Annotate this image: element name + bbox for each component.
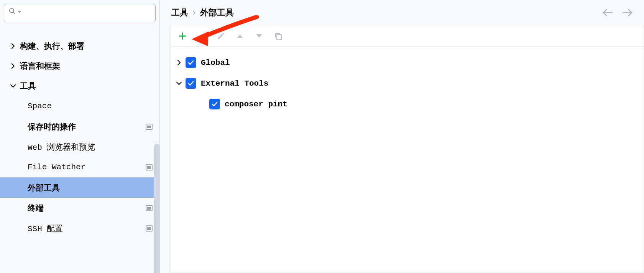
svg-rect-9: [147, 227, 151, 230]
popup-icon: [146, 205, 153, 211]
sidebar-item-label: 外部工具: [28, 182, 153, 193]
chevron-down-icon: [8, 83, 18, 89]
svg-rect-5: [147, 166, 151, 169]
tree-group-label: Global: [201, 58, 230, 67]
nav-item-build[interactable]: 构建、执行、部署: [0, 36, 159, 56]
chevron-down-icon[interactable]: [172, 81, 186, 86]
forward-arrow-icon[interactable]: [622, 8, 633, 17]
tree-group-row[interactable]: Global: [171, 52, 644, 73]
popup-icon: [146, 164, 153, 170]
copy-button[interactable]: [272, 30, 284, 42]
search-input[interactable]: [4, 4, 156, 22]
settings-nav: 构建、执行、部署 语言和框架 工具 Space保存时的操作Web 浏览器和预览F…: [0, 36, 159, 273]
breadcrumb-part: 外部工具: [200, 7, 234, 18]
nav-item-tools[interactable]: 工具: [0, 76, 159, 96]
breadcrumb-separator: ›: [193, 8, 196, 18]
settings-sidebar: 构建、执行、部署 语言和框架 工具 Space保存时的操作Web 浏览器和预览F…: [0, 0, 160, 273]
sidebar-item[interactable]: Space: [0, 96, 159, 116]
move-up-button[interactable]: [234, 30, 246, 42]
popup-icon: [146, 225, 153, 232]
search-wrap: [0, 0, 159, 22]
back-arrow-icon[interactable]: [602, 8, 613, 17]
sidebar-item[interactable]: Web 浏览器和预览: [0, 137, 159, 157]
sidebar-item[interactable]: 保存时的操作: [0, 116, 159, 137]
checkbox[interactable]: [186, 57, 196, 68]
chevron-right-icon[interactable]: [172, 60, 186, 65]
edit-button[interactable]: [215, 30, 227, 42]
sidebar-item-label: 保存时的操作: [28, 121, 146, 132]
nav-label: 构建、执行、部署: [20, 41, 84, 51]
svg-rect-3: [147, 126, 151, 128]
popup-icon: [146, 124, 153, 130]
tree-group-label: External Tools: [201, 79, 268, 88]
main-panel: 工具 › 外部工具: [160, 0, 644, 273]
chevron-right-icon: [8, 63, 18, 69]
tree-item-row[interactable]: composer pint: [171, 94, 644, 114]
svg-rect-15: [277, 35, 281, 40]
chevron-right-icon: [8, 43, 18, 49]
add-button[interactable]: [176, 30, 189, 42]
sidebar-item-label: Web 浏览器和预览: [28, 142, 153, 152]
sidebar-item[interactable]: 外部工具: [0, 177, 159, 198]
sidebar-item[interactable]: File Watcher: [0, 157, 159, 177]
sidebar-item-label: File Watcher: [28, 163, 146, 172]
nav-label: 工具: [20, 81, 36, 91]
sidebar-item-label: SSH 配置: [28, 223, 146, 234]
sidebar-item[interactable]: 终端: [0, 198, 159, 218]
tree-item-label: composer pint: [225, 100, 288, 109]
external-tools-panel: GlobalExternal Toolscomposer pint: [171, 25, 644, 273]
remove-button[interactable]: [196, 30, 208, 42]
breadcrumb: 工具 › 外部工具: [160, 0, 644, 25]
move-down-button[interactable]: [253, 30, 265, 42]
checkbox[interactable]: [209, 99, 220, 109]
sidebar-item[interactable]: SSH 配置: [0, 218, 159, 238]
sidebar-scrollbar-thumb[interactable]: [154, 144, 159, 273]
tree-group-row[interactable]: External Tools: [171, 73, 644, 94]
svg-rect-7: [147, 207, 151, 210]
nav-item-languages[interactable]: 语言和框架: [0, 56, 159, 76]
breadcrumb-nav: [602, 8, 633, 17]
nav-label: 语言和框架: [20, 61, 60, 71]
sidebar-item-label: 终端: [28, 203, 146, 213]
tools-tree: GlobalExternal Toolscomposer pint: [171, 47, 644, 114]
checkbox[interactable]: [186, 78, 196, 89]
panel-toolbar: [171, 25, 644, 47]
sidebar-item-label: Space: [28, 102, 153, 111]
breadcrumb-part: 工具: [171, 7, 188, 18]
